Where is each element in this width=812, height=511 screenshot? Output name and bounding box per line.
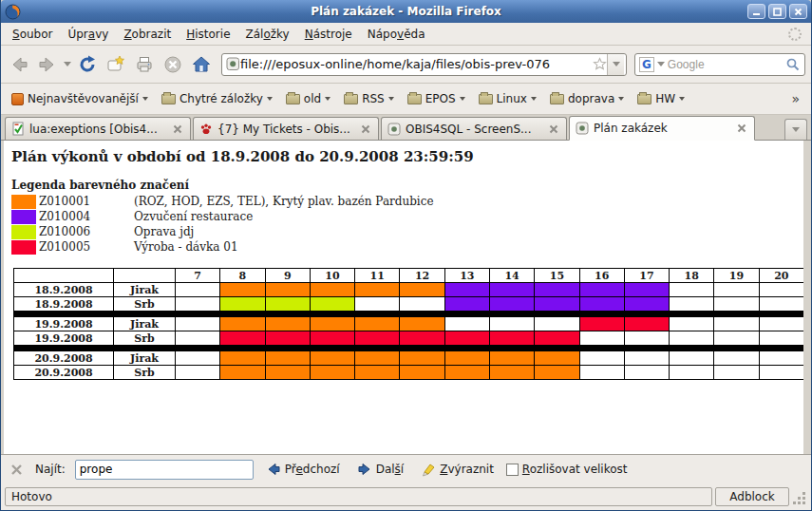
bookmark-item-2[interactable]: old — [281, 89, 335, 108]
search-icon[interactable] — [785, 57, 801, 72]
bookmark-star-icon[interactable] — [593, 57, 607, 71]
bookmarks-overflow-button[interactable]: » — [785, 91, 805, 106]
task-cell — [489, 283, 534, 297]
page-content: Plán výkonů v období od 18.9.2008 do 20.… — [4, 141, 803, 454]
find-input[interactable] — [75, 460, 254, 480]
bookmark-item-7[interactable]: HW — [633, 89, 689, 108]
print-button[interactable] — [132, 51, 157, 78]
paw-icon — [199, 123, 213, 136]
search-engine-dropdown-icon[interactable] — [657, 62, 665, 66]
forward-button[interactable] — [35, 51, 60, 78]
folder-icon — [407, 94, 422, 104]
location-bar[interactable] — [221, 53, 627, 76]
task-cell — [310, 331, 354, 346]
bookmark-page-icon — [105, 54, 126, 75]
empty-cell — [400, 297, 444, 312]
chevron-down-icon — [531, 97, 537, 101]
task-cell — [265, 366, 310, 380]
menu-soubor[interactable]: Soubor — [5, 25, 60, 44]
bookmark-item-0[interactable]: Nejnavštěvovanější — [7, 89, 153, 108]
tab-close-icon[interactable] — [171, 123, 184, 136]
legend-description: Výroba - dávka 01 — [134, 239, 434, 255]
maximize-button[interactable] — [768, 4, 786, 19]
history-dropdown-icon[interactable] — [64, 62, 71, 66]
bookmark-label: Nejnavštěvovanější — [28, 92, 139, 105]
page-title: Plán výkonů v období od 18.9.2008 do 20.… — [11, 148, 803, 165]
menu-zobrazit[interactable]: Zobrazit — [116, 25, 179, 44]
person-cell: Srb — [114, 331, 176, 346]
bookmark-item-4[interactable]: EPOS — [403, 89, 470, 108]
most-visited-icon — [11, 93, 24, 105]
menu-upravy[interactable]: Úpravy — [60, 25, 116, 44]
stop-icon — [162, 54, 183, 75]
findbar-close-button[interactable] — [9, 462, 24, 477]
tab-list-dropdown-button[interactable] — [784, 119, 807, 140]
task-cell — [355, 351, 400, 366]
legend-row-0: Z010001(ROZ, HOD, EZS, TEL), Krytý plav.… — [11, 194, 434, 209]
title-bar[interactable]: Plán zakázek - Mozilla Firefox — [1, 0, 811, 23]
menu-zalozky[interactable]: Záložky — [238, 25, 297, 44]
empty-cell — [535, 317, 579, 331]
highlight-all-button[interactable]: Zvýraznit — [416, 460, 499, 479]
find-next-button[interactable]: Další — [352, 460, 409, 479]
date-cell: 19.9.2008 — [14, 331, 114, 346]
person-cell: Jirak — [114, 283, 176, 297]
resize-grip[interactable] — [792, 487, 807, 506]
bookmark-item-1[interactable]: Chytré záložky — [157, 89, 277, 108]
close-button[interactable] — [789, 4, 807, 19]
task-cell — [535, 283, 579, 297]
search-bar[interactable]: G — [634, 53, 805, 76]
task-cell — [265, 331, 310, 346]
legend-color-swatch — [11, 195, 36, 209]
bookmark-item-6[interactable]: doprava — [545, 89, 629, 108]
match-case-checkbox[interactable] — [506, 464, 519, 476]
legend-table: Z010001(ROZ, HOD, EZS, TEL), Krytý plav.… — [11, 194, 434, 255]
menu-napoveda[interactable]: Nápověda — [360, 25, 433, 44]
task-cell — [220, 297, 265, 312]
tab-close-icon[interactable] — [359, 123, 372, 136]
bookmark-label: old — [304, 92, 321, 105]
arrow-right-icon — [357, 462, 372, 477]
tab-1[interactable]: {7} My Tickets - Obis... — [193, 117, 379, 140]
reload-icon — [77, 54, 98, 75]
firefox-icon — [5, 4, 21, 20]
bookmark-item-3[interactable]: RSS — [339, 89, 399, 108]
hour-header: 16 — [579, 269, 624, 283]
schedule-table: 789101112131415161718192018.9.2008Jirak1… — [13, 268, 804, 380]
bookmark-label: HW — [655, 92, 675, 105]
menu-historie[interactable]: Historie — [179, 25, 237, 44]
find-previous-button[interactable]: Předchozí — [261, 460, 345, 479]
tab-2[interactable]: OBIS4SQL - ScreenS... — [381, 117, 567, 140]
task-cell — [444, 283, 489, 297]
bookmark-item-5[interactable]: Linux — [474, 89, 541, 108]
url-dropdown-button[interactable] — [607, 54, 624, 75]
legend-heading: Legenda barevného značení — [11, 179, 803, 192]
reload-button[interactable] — [75, 51, 100, 78]
stop-button[interactable] — [161, 51, 185, 78]
schedule-row: 18.9.2008Jirak — [14, 283, 804, 297]
task-cell — [310, 317, 354, 331]
tab-3[interactable]: Plán zakázek — [569, 116, 755, 141]
task-cell — [355, 366, 400, 380]
tab-close-icon[interactable] — [735, 122, 748, 135]
tab-close-icon[interactable] — [547, 123, 560, 136]
url-input[interactable] — [240, 57, 593, 71]
legend-description: Ozvučení restaurace — [134, 209, 434, 224]
page-icon — [387, 123, 401, 136]
forward-icon — [37, 54, 58, 75]
menu-nastroje[interactable]: Nástroje — [297, 25, 360, 44]
match-case-option[interactable]: Rozlišovat velikost — [506, 463, 628, 476]
legend-color-swatch — [11, 240, 36, 255]
empty-cell — [714, 297, 759, 312]
content-frame: Plán výkonů v období od 18.9.2008 do 20.… — [1, 141, 811, 454]
bookmark-page-button[interactable] — [104, 51, 128, 78]
tab-0[interactable]: lua:exeptions [Obis4... — [5, 117, 191, 140]
adblock-button[interactable]: Adblock — [715, 487, 789, 506]
minimize-button[interactable] — [747, 4, 765, 19]
legend-code: Z010006 — [36, 224, 134, 239]
back-button[interactable] — [7, 51, 31, 78]
home-button[interactable] — [189, 51, 214, 78]
task-cell — [535, 351, 579, 366]
chevron-down-icon — [679, 97, 685, 101]
search-input[interactable] — [668, 58, 783, 71]
